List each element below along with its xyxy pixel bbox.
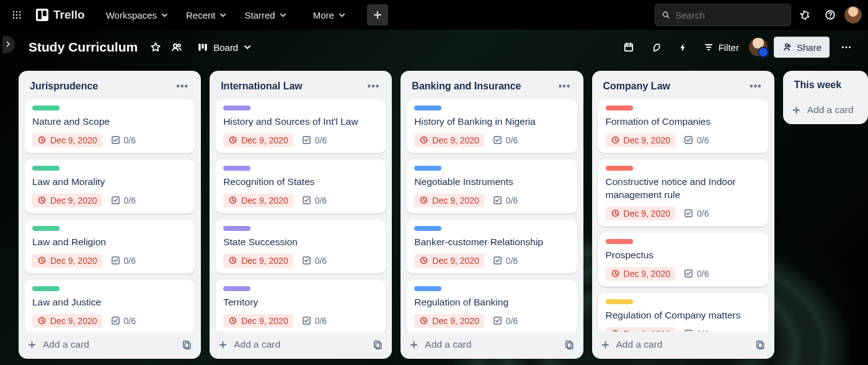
card-label[interactable] (223, 106, 250, 110)
card-template-button[interactable] (373, 340, 383, 350)
checklist-icon (684, 269, 693, 278)
menu-recent[interactable]: Recent (179, 4, 235, 25)
card-label[interactable] (414, 166, 441, 171)
due-date-badge[interactable]: Dec 9, 2020 (606, 267, 676, 281)
due-date-badge[interactable]: Dec 9, 2020 (606, 133, 676, 147)
card[interactable]: Nature and ScopeDec 9, 20200/6 (25, 99, 195, 153)
card-label[interactable] (606, 166, 633, 171)
board-canvas[interactable]: Jurisprudence•••Nature and ScopeDec 9, 2… (0, 65, 868, 365)
card-label[interactable] (606, 106, 633, 110)
card-label[interactable] (32, 106, 60, 110)
filter-button[interactable]: Filter (700, 40, 743, 55)
clock-icon (419, 196, 428, 205)
card-label[interactable] (223, 166, 250, 171)
card[interactable]: ProspectusDec 9, 20200/6 (598, 233, 768, 287)
checklist-text: 0/6 (315, 196, 327, 205)
due-date-badge[interactable]: Dec 9, 2020 (223, 314, 293, 328)
due-date-badge[interactable]: Dec 9, 2020 (223, 254, 293, 268)
list-title[interactable]: Company Law (603, 81, 670, 92)
menu-more[interactable]: More (306, 4, 353, 25)
due-date-badge[interactable]: Dec 9, 2020 (223, 194, 293, 207)
card-template-button[interactable] (182, 340, 192, 350)
card-badges: Dec 9, 20200/6 (414, 133, 569, 147)
add-card-button[interactable]: Add a card (27, 339, 89, 350)
card[interactable]: Recognition of StatesDec 9, 20200/6 (216, 160, 386, 214)
card-label[interactable] (414, 286, 441, 291)
card[interactable]: History and Sources of Int'l LawDec 9, 2… (216, 99, 386, 153)
list-menu-button[interactable]: ••• (556, 79, 574, 93)
card[interactable]: Regulation of Company mattersDec 9, 2020… (598, 293, 768, 331)
clock-icon (37, 196, 46, 205)
card-label[interactable] (32, 166, 60, 171)
list-title[interactable]: International Law (221, 81, 303, 92)
account-avatar[interactable] (844, 6, 862, 24)
list-header: Company Law••• (592, 71, 774, 99)
card[interactable]: TerritoryDec 9, 20200/6 (216, 280, 386, 331)
share-button[interactable]: Share (774, 37, 830, 58)
visibility-button[interactable] (166, 37, 187, 58)
card-label[interactable] (606, 299, 633, 304)
list-menu-button[interactable]: ••• (365, 79, 383, 93)
calendar-powerup-button[interactable] (618, 37, 639, 58)
search-input[interactable] (675, 10, 784, 20)
due-date-badge[interactable]: Dec 9, 2020 (32, 194, 102, 207)
card-label[interactable] (414, 226, 441, 231)
board-title[interactable]: Study Curriculum (29, 40, 138, 55)
powerups-button[interactable] (645, 37, 666, 58)
card-label[interactable] (606, 239, 633, 244)
menu-workspaces[interactable]: Workspaces (99, 4, 176, 25)
card-template-button[interactable] (564, 340, 575, 350)
due-date-text: Dec 9, 2020 (624, 135, 671, 145)
card-label[interactable] (223, 226, 250, 231)
card-template-button[interactable] (755, 340, 766, 350)
due-date-badge[interactable]: Dec 9, 2020 (606, 327, 676, 331)
card[interactable]: Formation of CompaniesDec 9, 20200/6 (598, 99, 768, 153)
card-label[interactable] (32, 286, 60, 291)
card[interactable]: Negotiable InstrumentsDec 9, 20200/6 (407, 160, 577, 214)
card-badges: Dec 9, 20200/6 (606, 207, 761, 220)
card-label[interactable] (414, 106, 441, 110)
due-date-badge[interactable]: Dec 9, 2020 (606, 207, 676, 220)
notifications-icon[interactable] (795, 4, 816, 25)
menu-starred[interactable]: Starred (237, 4, 294, 25)
card[interactable]: Regulation of BankingDec 9, 20200/6 (407, 280, 577, 331)
board-member-avatar[interactable] (749, 38, 768, 56)
list-title[interactable]: This week (794, 79, 841, 91)
due-date-badge[interactable]: Dec 9, 2020 (32, 314, 102, 328)
due-date-badge[interactable]: Dec 9, 2020 (32, 254, 102, 268)
due-date-badge[interactable]: Dec 9, 2020 (414, 254, 484, 268)
apps-icon[interactable] (6, 4, 27, 25)
card[interactable]: State SuccessionDec 9, 20200/6 (216, 220, 386, 274)
card[interactable]: Constructive notice and Indoor managemen… (598, 160, 768, 227)
view-switcher[interactable]: Board (191, 37, 258, 58)
star-board-button[interactable] (145, 37, 166, 58)
app-logo[interactable]: Trello (31, 8, 90, 22)
due-date-badge[interactable]: Dec 9, 2020 (414, 314, 484, 328)
help-icon[interactable] (820, 4, 841, 25)
card-label[interactable] (32, 226, 60, 231)
card[interactable]: Law and MoralityDec 9, 20200/6 (25, 160, 195, 214)
due-date-badge[interactable]: Dec 9, 2020 (32, 133, 102, 147)
add-card-button[interactable]: Add a card (409, 339, 471, 350)
due-date-badge[interactable]: Dec 9, 2020 (414, 133, 484, 147)
add-card-button[interactable]: Add a card (792, 104, 854, 115)
list-title[interactable]: Banking and Insurance (412, 81, 521, 92)
card[interactable]: History of Banking in NigeriaDec 9, 2020… (407, 99, 577, 153)
due-date-badge[interactable]: Dec 9, 2020 (223, 133, 293, 147)
due-date-text: Dec 9, 2020 (241, 316, 288, 326)
automation-button[interactable] (673, 37, 694, 58)
list-menu-button[interactable]: ••• (174, 79, 191, 93)
create-button[interactable] (367, 4, 388, 25)
list-title[interactable]: Jurisprudence (30, 81, 98, 92)
search-box[interactable] (655, 4, 791, 26)
due-date-badge[interactable]: Dec 9, 2020 (414, 194, 484, 207)
list-menu-button[interactable]: ••• (747, 79, 764, 93)
board-menu-button[interactable] (836, 37, 857, 58)
checklist-badge: 0/6 (493, 256, 518, 266)
card[interactable]: Law and JusticeDec 9, 20200/6 (25, 280, 195, 331)
card[interactable]: Banker-customer RelationshipDec 9, 20200… (407, 220, 577, 274)
add-card-button[interactable]: Add a card (218, 339, 280, 350)
card[interactable]: Law and ReligionDec 9, 20200/6 (25, 220, 195, 274)
add-card-button[interactable]: Add a card (601, 339, 663, 350)
card-label[interactable] (223, 286, 250, 291)
